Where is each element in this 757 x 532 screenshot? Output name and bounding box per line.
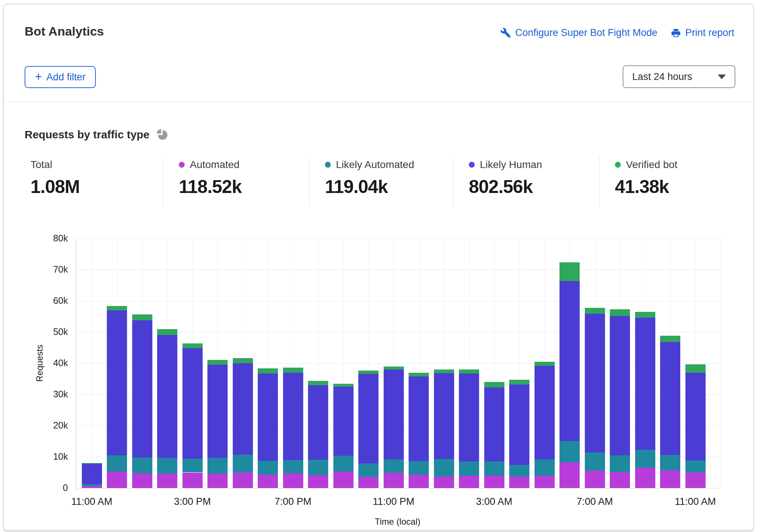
bar-segment-automated[interactable] <box>182 473 203 488</box>
bar-segment-automated[interactable] <box>509 477 529 488</box>
bar-segment-likely-human[interactable] <box>233 363 253 455</box>
bar-segment-likely-human[interactable] <box>585 314 605 452</box>
bar-segment-likely-automated[interactable] <box>207 458 228 474</box>
bar-segment-likely-human[interactable] <box>333 387 354 456</box>
bar-segment-automated[interactable] <box>535 476 555 488</box>
bar-segment-likely-human[interactable] <box>308 385 328 459</box>
bar-segment-verified-bot[interactable] <box>258 368 278 374</box>
bar-segment-automated[interactable] <box>409 475 429 488</box>
bar-segment-automated[interactable] <box>333 471 354 488</box>
bar-segment-automated[interactable] <box>384 473 404 488</box>
bar-segment-likely-automated[interactable] <box>509 465 529 476</box>
bar-segment-verified-bot[interactable] <box>559 262 580 281</box>
bar-segment-likely-automated[interactable] <box>258 461 278 475</box>
bar-segment-likely-human[interactable] <box>384 369 404 459</box>
bar-segment-verified-bot[interactable] <box>409 373 429 376</box>
bar-segment-likely-automated[interactable] <box>685 460 706 473</box>
bar-segment-verified-bot[interactable] <box>233 358 253 363</box>
bar-segment-verified-bot[interactable] <box>434 369 454 373</box>
bar-segment-automated[interactable] <box>233 473 253 488</box>
bar-segment-likely-human[interactable] <box>635 318 655 450</box>
bar-segment-verified-bot[interactable] <box>635 312 655 318</box>
bar-segment-automated[interactable] <box>157 474 177 488</box>
bar-segment-likely-human[interactable] <box>82 464 102 484</box>
bar-segment-likely-automated[interactable] <box>459 462 479 476</box>
bar-segment-verified-bot[interactable] <box>384 367 404 370</box>
bar-segment-likely-human[interactable] <box>459 374 479 462</box>
bar-segment-verified-bot[interactable] <box>535 362 555 366</box>
bar-segment-automated[interactable] <box>685 473 706 488</box>
bar-segment-verified-bot[interactable] <box>660 336 680 342</box>
bar-segment-likely-automated[interactable] <box>559 441 580 463</box>
bar-segment-automated[interactable] <box>283 473 303 488</box>
bar-segment-likely-automated[interactable] <box>233 455 253 473</box>
bar-segment-likely-human[interactable] <box>132 320 152 458</box>
bar-segment-likely-human[interactable] <box>107 310 127 455</box>
bar-segment-likely-human[interactable] <box>509 385 529 465</box>
bar-segment-likely-human[interactable] <box>685 373 706 460</box>
bar-segment-likely-human[interactable] <box>434 373 454 459</box>
bar-segment-automated[interactable] <box>660 470 680 488</box>
bar-segment-likely-automated[interactable] <box>384 459 404 473</box>
bar-segment-likely-human[interactable] <box>358 374 378 463</box>
bar-segment-automated[interactable] <box>459 476 479 488</box>
bar-segment-likely-automated[interactable] <box>585 452 605 471</box>
bar-segment-likely-human[interactable] <box>283 373 303 460</box>
bar-segment-verified-bot[interactable] <box>333 384 354 387</box>
bar-segment-likely-automated[interactable] <box>333 456 354 471</box>
bar-segment-likely-automated[interactable] <box>660 455 680 471</box>
bar-segment-likely-automated[interactable] <box>409 461 429 475</box>
bar-segment-likely-human[interactable] <box>535 366 555 459</box>
bar-segment-automated[interactable] <box>107 471 127 488</box>
bar-segment-automated[interactable] <box>610 472 630 488</box>
bar-segment-verified-bot[interactable] <box>610 309 630 316</box>
bar-segment-verified-bot[interactable] <box>484 382 504 387</box>
bar-segment-automated[interactable] <box>258 475 278 488</box>
bar-segment-verified-bot[interactable] <box>132 314 152 320</box>
bar-segment-likely-automated[interactable] <box>535 459 555 476</box>
bar-segment-likely-automated[interactable] <box>484 462 504 475</box>
bar-segment-likely-human[interactable] <box>559 281 580 441</box>
bar-segment-likely-automated[interactable] <box>283 460 303 473</box>
bar-segment-automated[interactable] <box>207 474 228 488</box>
bar-segment-likely-human[interactable] <box>182 348 203 459</box>
bar-segment-verified-bot[interactable] <box>358 371 378 374</box>
bar-segment-automated[interactable] <box>484 475 504 488</box>
bar-segment-verified-bot[interactable] <box>585 308 605 314</box>
bar-segment-automated[interactable] <box>82 486 102 488</box>
bar-segment-likely-automated[interactable] <box>358 463 378 477</box>
bar-segment-likely-automated[interactable] <box>107 455 127 471</box>
bar-segment-likely-human[interactable] <box>157 335 177 458</box>
bar-segment-verified-bot[interactable] <box>182 343 203 348</box>
bar-segment-verified-bot[interactable] <box>283 368 303 373</box>
bar-segment-likely-human[interactable] <box>409 376 429 461</box>
bar-segment-likely-automated[interactable] <box>308 460 328 475</box>
bar-segment-automated[interactable] <box>132 473 152 488</box>
bar-segment-verified-bot[interactable] <box>207 360 228 365</box>
bar-segment-likely-human[interactable] <box>207 365 228 458</box>
bar-segment-verified-bot[interactable] <box>107 306 127 311</box>
bar-segment-automated[interactable] <box>308 475 328 488</box>
bar-segment-likely-automated[interactable] <box>82 484 102 486</box>
bar-segment-likely-automated[interactable] <box>635 450 655 467</box>
bar-segment-verified-bot[interactable] <box>459 369 479 374</box>
bar-segment-automated[interactable] <box>635 468 655 488</box>
bar-segment-automated[interactable] <box>358 477 378 488</box>
bar-segment-verified-bot[interactable] <box>157 329 177 335</box>
bar-segment-likely-automated[interactable] <box>182 459 203 472</box>
bar-segment-verified-bot[interactable] <box>308 381 328 386</box>
bar-segment-verified-bot[interactable] <box>509 380 529 385</box>
bar-segment-verified-bot[interactable] <box>82 463 102 464</box>
bar-segment-likely-automated[interactable] <box>434 459 454 477</box>
bar-segment-likely-human[interactable] <box>484 387 504 461</box>
bar-segment-automated[interactable] <box>559 462 580 488</box>
bar-segment-likely-human[interactable] <box>660 342 680 455</box>
bar-segment-automated[interactable] <box>585 471 605 488</box>
bar-segment-automated[interactable] <box>434 477 454 488</box>
bar-segment-likely-human[interactable] <box>258 374 278 461</box>
bar-segment-likely-automated[interactable] <box>610 455 630 472</box>
bar-segment-verified-bot[interactable] <box>685 364 706 373</box>
bar-segment-likely-automated[interactable] <box>157 458 177 474</box>
bar-segment-likely-automated[interactable] <box>132 458 152 473</box>
bar-segment-likely-human[interactable] <box>610 316 630 455</box>
